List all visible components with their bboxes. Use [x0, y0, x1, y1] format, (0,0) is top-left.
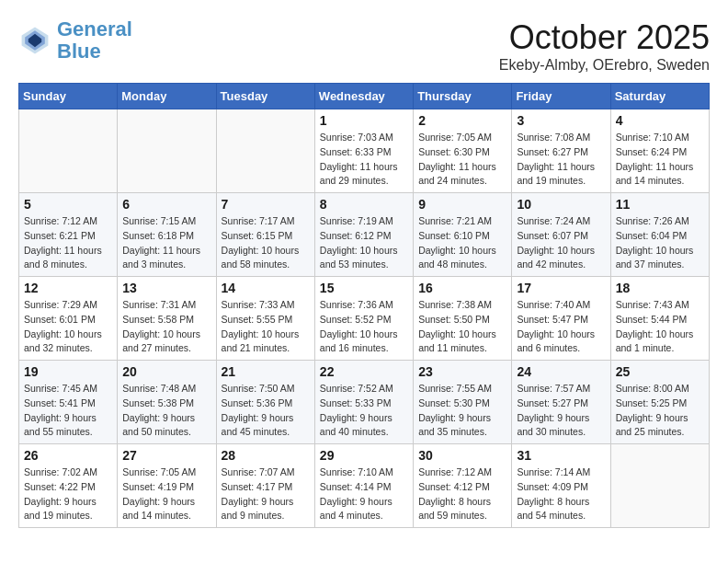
title-block: October 2025 Ekeby-Almby, OErebro, Swede… [499, 18, 710, 74]
day-number: 30 [418, 448, 506, 463]
weekday-header-tuesday: Tuesday [216, 84, 314, 109]
day-info: Sunrise: 7:21 AMSunset: 6:10 PMDaylight:… [418, 214, 506, 272]
day-number: 25 [616, 364, 704, 379]
day-info: Sunrise: 7:57 AMSunset: 5:27 PMDaylight:… [517, 382, 605, 440]
calendar-table: SundayMondayTuesdayWednesdayThursdayFrid… [18, 83, 710, 528]
day-info: Sunrise: 7:10 AMSunset: 6:24 PMDaylight:… [616, 131, 704, 189]
calendar-cell: 24Sunrise: 7:57 AMSunset: 5:27 PMDayligh… [512, 361, 610, 444]
calendar-cell [19, 109, 118, 193]
day-number: 19 [24, 364, 112, 379]
day-number: 12 [24, 281, 112, 295]
calendar-cell: 6Sunrise: 7:15 AMSunset: 6:18 PMDaylight… [118, 193, 216, 277]
calendar-cell [216, 109, 314, 193]
day-number: 4 [616, 113, 704, 128]
calendar-cell: 26Sunrise: 7:02 AMSunset: 4:22 PMDayligh… [19, 444, 118, 528]
day-info: Sunrise: 7:50 AMSunset: 5:36 PMDaylight:… [222, 382, 310, 440]
calendar-cell: 23Sunrise: 7:55 AMSunset: 5:30 PMDayligh… [414, 361, 512, 444]
day-number: 17 [517, 281, 605, 295]
week-row-3: 12Sunrise: 7:29 AMSunset: 6:01 PMDayligh… [19, 277, 710, 361]
day-number: 1 [320, 113, 408, 128]
calendar-cell: 8Sunrise: 7:19 AMSunset: 6:12 PMDaylight… [314, 193, 413, 277]
day-info: Sunrise: 7:24 AMSunset: 6:07 PMDaylight:… [517, 214, 605, 272]
calendar-cell: 12Sunrise: 7:29 AMSunset: 6:01 PMDayligh… [19, 277, 118, 361]
day-info: Sunrise: 8:00 AMSunset: 5:25 PMDaylight:… [616, 382, 704, 440]
calendar-cell: 1Sunrise: 7:03 AMSunset: 6:33 PMDaylight… [314, 109, 413, 193]
calendar-cell: 31Sunrise: 7:14 AMSunset: 4:09 PMDayligh… [512, 444, 610, 528]
day-number: 5 [24, 197, 112, 212]
day-number: 24 [517, 364, 605, 379]
day-info: Sunrise: 7:02 AMSunset: 4:22 PMDaylight:… [24, 465, 112, 523]
day-info: Sunrise: 7:26 AMSunset: 6:04 PMDaylight:… [616, 214, 704, 272]
calendar-cell: 17Sunrise: 7:40 AMSunset: 5:47 PMDayligh… [512, 277, 610, 361]
weekday-header-wednesday: Wednesday [314, 84, 413, 109]
day-number: 16 [418, 281, 506, 295]
calendar-cell [118, 109, 216, 193]
calendar-cell: 3Sunrise: 7:08 AMSunset: 6:27 PMDaylight… [512, 109, 610, 193]
day-number: 31 [517, 448, 605, 463]
calendar-cell: 25Sunrise: 8:00 AMSunset: 5:25 PMDayligh… [610, 361, 709, 444]
day-info: Sunrise: 7:33 AMSunset: 5:55 PMDaylight:… [222, 298, 310, 356]
day-number: 3 [517, 113, 605, 128]
day-number: 2 [418, 113, 506, 128]
logo-text: General Blue [57, 18, 132, 63]
calendar-cell: 13Sunrise: 7:31 AMSunset: 5:58 PMDayligh… [118, 277, 216, 361]
day-info: Sunrise: 7:03 AMSunset: 6:33 PMDaylight:… [320, 131, 408, 189]
day-info: Sunrise: 7:12 AMSunset: 4:12 PMDaylight:… [418, 465, 506, 523]
calendar-cell [610, 444, 709, 528]
day-info: Sunrise: 7:05 AMSunset: 6:30 PMDaylight:… [418, 131, 506, 189]
calendar-cell: 29Sunrise: 7:10 AMSunset: 4:14 PMDayligh… [314, 444, 413, 528]
day-number: 29 [320, 448, 408, 463]
day-info: Sunrise: 7:10 AMSunset: 4:14 PMDaylight:… [320, 465, 408, 523]
day-info: Sunrise: 7:15 AMSunset: 6:18 PMDaylight:… [122, 214, 210, 272]
day-number: 11 [616, 197, 704, 212]
day-number: 18 [616, 281, 704, 295]
logo-text-block: General Blue [57, 18, 132, 63]
day-info: Sunrise: 7:19 AMSunset: 6:12 PMDaylight:… [320, 214, 408, 272]
day-number: 10 [517, 197, 605, 212]
day-number: 14 [222, 281, 310, 295]
location: Ekeby-Almby, OErebro, Sweden [499, 57, 710, 74]
calendar-cell: 21Sunrise: 7:50 AMSunset: 5:36 PMDayligh… [216, 361, 314, 444]
weekday-header-friday: Friday [512, 84, 610, 109]
week-row-1: 1Sunrise: 7:03 AMSunset: 6:33 PMDaylight… [19, 109, 710, 193]
logo: General Blue [18, 18, 132, 63]
day-info: Sunrise: 7:38 AMSunset: 5:50 PMDaylight:… [418, 298, 506, 356]
day-info: Sunrise: 7:05 AMSunset: 4:19 PMDaylight:… [122, 465, 210, 523]
day-info: Sunrise: 7:52 AMSunset: 5:33 PMDaylight:… [320, 382, 408, 440]
day-info: Sunrise: 7:40 AMSunset: 5:47 PMDaylight:… [517, 298, 605, 356]
calendar-cell: 14Sunrise: 7:33 AMSunset: 5:55 PMDayligh… [216, 277, 314, 361]
calendar-cell: 11Sunrise: 7:26 AMSunset: 6:04 PMDayligh… [610, 193, 709, 277]
day-info: Sunrise: 7:43 AMSunset: 5:44 PMDaylight:… [616, 298, 704, 356]
day-number: 21 [222, 364, 310, 379]
logo-icon [18, 24, 51, 57]
calendar-cell: 16Sunrise: 7:38 AMSunset: 5:50 PMDayligh… [414, 277, 512, 361]
day-number: 20 [122, 364, 210, 379]
day-info: Sunrise: 7:31 AMSunset: 5:58 PMDaylight:… [122, 298, 210, 356]
calendar-cell: 2Sunrise: 7:05 AMSunset: 6:30 PMDaylight… [414, 109, 512, 193]
day-number: 7 [222, 197, 310, 212]
weekday-header-saturday: Saturday [610, 84, 709, 109]
day-info: Sunrise: 7:17 AMSunset: 6:15 PMDaylight:… [222, 214, 310, 272]
month-title: October 2025 [499, 18, 710, 57]
day-info: Sunrise: 7:07 AMSunset: 4:17 PMDaylight:… [222, 465, 310, 523]
day-number: 26 [24, 448, 112, 463]
calendar-cell: 15Sunrise: 7:36 AMSunset: 5:52 PMDayligh… [314, 277, 413, 361]
calendar-cell: 22Sunrise: 7:52 AMSunset: 5:33 PMDayligh… [314, 361, 413, 444]
day-number: 13 [122, 281, 210, 295]
day-number: 23 [418, 364, 506, 379]
day-info: Sunrise: 7:12 AMSunset: 6:21 PMDaylight:… [24, 214, 112, 272]
calendar-cell: 7Sunrise: 7:17 AMSunset: 6:15 PMDaylight… [216, 193, 314, 277]
day-number: 28 [222, 448, 310, 463]
day-info: Sunrise: 7:36 AMSunset: 5:52 PMDaylight:… [320, 298, 408, 356]
weekday-header-row: SundayMondayTuesdayWednesdayThursdayFrid… [19, 84, 710, 109]
page-header: General Blue October 2025 Ekeby-Almby, O… [18, 18, 710, 74]
day-info: Sunrise: 7:45 AMSunset: 5:41 PMDaylight:… [24, 382, 112, 440]
calendar-cell: 27Sunrise: 7:05 AMSunset: 4:19 PMDayligh… [118, 444, 216, 528]
calendar-cell: 18Sunrise: 7:43 AMSunset: 5:44 PMDayligh… [610, 277, 709, 361]
calendar-cell: 4Sunrise: 7:10 AMSunset: 6:24 PMDaylight… [610, 109, 709, 193]
day-number: 8 [320, 197, 408, 212]
day-number: 9 [418, 197, 506, 212]
day-info: Sunrise: 7:48 AMSunset: 5:38 PMDaylight:… [122, 382, 210, 440]
calendar-cell: 20Sunrise: 7:48 AMSunset: 5:38 PMDayligh… [118, 361, 216, 444]
week-row-2: 5Sunrise: 7:12 AMSunset: 6:21 PMDaylight… [19, 193, 710, 277]
